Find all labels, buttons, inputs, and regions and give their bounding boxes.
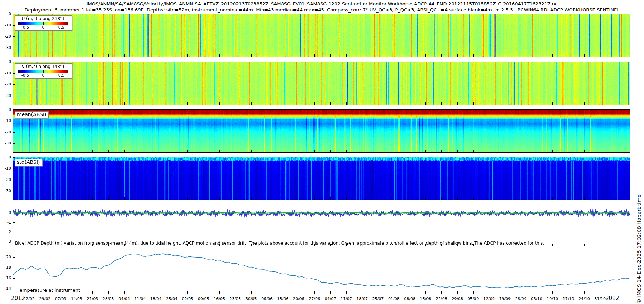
x-tick-label: 29/08 [452,296,463,301]
colorbar-label: 0 [42,73,45,78]
x-tick-label: 15/08 [420,296,431,301]
x-tick-label: 02/05 [182,296,194,301]
y-tick-label: -1 [0,220,11,225]
y-tick-label: -30 [0,45,11,50]
std-absi-heatmap-canvas [13,157,630,200]
x-tick-label: 23/05 [230,296,241,301]
x-tick-label: 30/05 [245,296,257,301]
colorbar-label: 0 [42,25,45,30]
v-colorbar [18,70,68,73]
x-tick-label: 03/10 [531,296,542,301]
y-tick-label: -3 [0,239,11,244]
u-legend-title: U (m/s) along 238°T [15,16,72,21]
y-tick-label: 18 [0,265,11,270]
colorbar-label: 0.5 [58,73,65,78]
depth-variation-line-canvas [13,205,630,246]
x-tick-label: 19/09 [499,296,511,301]
x-tick-label: 06/06 [261,296,273,301]
x-tick-label: 21/03 [87,296,98,301]
x-tick-label: 28/03 [103,296,114,301]
y-tick-label: 20 [0,255,11,259]
x-tick-label: 07/03 [55,296,67,301]
temperature-label: Temperature at instrument [18,288,80,293]
v-velocity-heatmap-canvas [13,62,630,105]
panel-v-velocity-heatmap: V (m/s) along 148°T -0.5 0 0.5 [13,62,630,105]
colorbar-label: -0.5 [21,25,29,30]
x-tick-label: 20/06 [293,296,304,301]
y-tick-label: -10 [0,23,11,28]
y-tick-label: 0 [0,210,11,215]
y-tick-label: -30 [0,188,11,193]
v-colorbar-legend: V (m/s) along 148°T -0.5 0 0.5 [15,63,72,79]
x-tick-label: 13/06 [277,296,289,301]
copyright-watermark: © IMOS 14-Dec-2025 17:02:08 Hobart time [636,195,642,304]
x-tick-label: 17/10 [563,296,574,301]
x-tick-label: 26/09 [515,296,527,301]
y-tick-label: -30 [0,93,11,98]
x-tick-label: 25/04 [166,296,177,301]
x-axis-year-right: 2012 [605,295,619,301]
x-tick-label: 24/10 [579,296,590,301]
x-tick-label: 11/04 [134,296,146,301]
figure-subtitle: Deployment 6, member 1 lat=35.25S lon=13… [0,7,644,13]
colorbar-label: 0.5 [58,25,65,30]
x-tick-label: 05/09 [468,296,479,301]
y-tick-label: 0 [0,59,11,64]
y-tick-label: 0 [0,11,11,16]
adcp-figure: IMOS/ANMN/SA/SAM8SG/Velocity/IMOS_ANMN-S… [0,0,644,304]
x-axis-year-left: 2012 [11,295,25,301]
y-tick-label: 16 [0,276,11,280]
y-tick-label: 0 [0,107,11,112]
y-tick-label: -10 [0,166,11,171]
u-colorbar [18,22,68,25]
panel-mean-absi-heatmap: mean(ABSI) [13,109,630,153]
x-tick-label: 29/02 [39,296,50,301]
v-legend-title: V (m/s) along 148°T [15,64,72,69]
x-tick-label: 09/05 [198,296,209,301]
y-tick-label: -20 [0,130,11,134]
colorbar-label: -0.5 [21,73,29,78]
u-colorbar-legend: U (m/s) along 238°T -0.5 0 0.5 [15,15,72,31]
y-tick-label: -20 [0,177,11,182]
mean-absi-label: mean(ABSI) [15,111,49,118]
mean-absi-heatmap-canvas [13,110,630,152]
y-tick-label: -30 [0,141,11,146]
x-tick-label: 14/03 [71,296,82,301]
panel-temperature-line: Temperature at instrument [13,253,630,294]
figure-title: IMOS/ANMN/SA/SAM8SG/Velocity/IMOS_ANMN-S… [0,1,644,6]
y-tick-label: -20 [0,34,11,39]
x-tick-label: 18/04 [150,296,162,301]
v-colorbar-labels: -0.5 0 0.5 [15,73,72,78]
x-tick-label: 11/07 [341,296,352,301]
x-axis-tick-labels: 2012 2012 22/0229/0207/0314/0321/0328/03… [0,294,644,304]
y-tick-label: -2 [0,230,11,234]
u-velocity-heatmap-canvas [13,14,630,57]
x-tick-label: 04/07 [325,296,336,301]
x-tick-label: 04/04 [118,296,130,301]
y-tick-label: 0 [0,155,11,160]
x-tick-label: 08/08 [404,296,415,301]
x-tick-label: 31/10 [594,296,606,301]
x-tick-label: 22/02 [23,296,35,301]
x-tick-label: 01/08 [388,296,400,301]
x-tick-label: 27/06 [309,296,320,301]
x-tick-label: 18/07 [356,296,368,301]
y-tick-label: 14 [0,286,11,291]
panel-u-velocity-heatmap: U (m/s) along 238°T -0.5 0 0.5 [13,14,630,57]
y-tick-label: -20 [0,82,11,87]
temperature-line-canvas [13,253,630,294]
x-tick-label: 10/10 [547,296,558,301]
x-tick-label: 25/07 [372,296,384,301]
y-tick-label: -10 [0,118,11,123]
x-tick-label: 12/09 [483,296,495,301]
y-tick-label: -10 [0,71,11,75]
panel-std-absi-heatmap: std(ABSI) [13,157,630,200]
x-tick-label: 16/05 [214,296,225,301]
u-colorbar-labels: -0.5 0 0.5 [15,25,72,30]
panel-depth-variation-line: Blue: ADCP Depth (m) variation from sens… [13,205,630,246]
x-tick-label: 22/08 [436,296,447,301]
depth-annotation-text: Blue: ADCP Depth (m) variation from sens… [15,241,544,246]
std-absi-label: std(ABSI) [15,159,42,166]
